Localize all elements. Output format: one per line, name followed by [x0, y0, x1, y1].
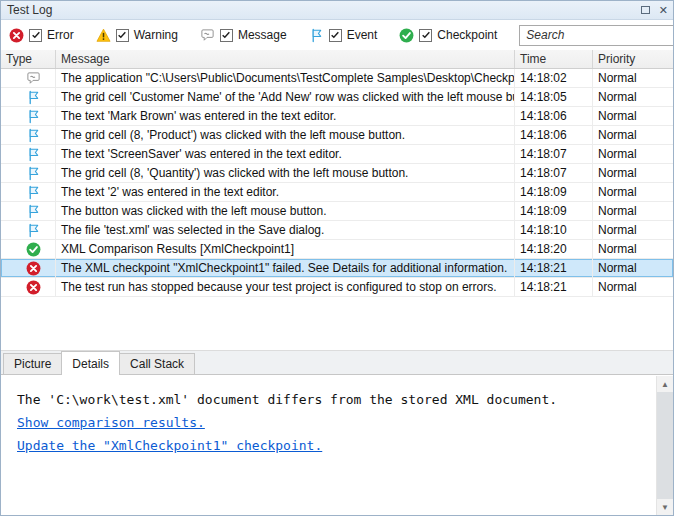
search-box: [519, 25, 674, 46]
row-message-cell: The grid cell (8, 'Quantity') was clicke…: [56, 164, 515, 182]
row-time-cell: 14:18:10: [515, 221, 593, 239]
log-row[interactable]: The text 'ScreenSaver' was entered in th…: [1, 145, 673, 164]
row-message-cell: The text 'ScreenSaver' was entered in th…: [56, 145, 515, 163]
warning-checkbox[interactable]: [116, 29, 129, 42]
row-time-cell: 14:18:06: [515, 107, 593, 125]
log-row[interactable]: The application "C:\Users\Public\Documen…: [1, 69, 673, 88]
row-message-cell: The XML checkpoint "XmlCheckpoint1" fail…: [56, 259, 515, 277]
column-header-priority[interactable]: Priority: [593, 50, 673, 68]
float-window-icon[interactable]: [641, 6, 650, 14]
title-bar: Test Log ✕: [1, 1, 673, 20]
show-comparison-results-link[interactable]: Show comparison results.: [17, 411, 643, 434]
row-time-cell: 14:18:07: [515, 164, 593, 182]
row-time-cell: 14:18:06: [515, 126, 593, 144]
bottom-tab-bar: Picture Details Call Stack: [1, 350, 673, 374]
scroll-down-icon[interactable]: ▼: [657, 499, 673, 515]
row-priority-cell: Normal: [593, 183, 673, 201]
row-priority-cell: Normal: [593, 278, 673, 296]
row-message-cell: XML Comparison Results [XmlCheckpoint1]: [56, 240, 515, 258]
row-time-cell: 14:18:05: [515, 88, 593, 106]
row-priority-cell: Normal: [593, 69, 673, 87]
error-checkbox[interactable]: [29, 29, 42, 42]
row-type-cell: [1, 69, 56, 87]
log-row[interactable]: The grid cell (8, 'Product') was clicked…: [1, 126, 673, 145]
log-row[interactable]: The XML checkpoint "XmlCheckpoint1" fail…: [1, 259, 673, 278]
row-time-cell: 14:18:09: [515, 202, 593, 220]
log-row[interactable]: XML Comparison Results [XmlCheckpoint1] …: [1, 240, 673, 259]
filter-message: Message: [200, 28, 287, 43]
scrollbar-thumb[interactable]: [657, 392, 673, 499]
filter-checkpoint: Checkpoint: [399, 28, 497, 43]
filter-toolbar: Error Warning Message: [1, 20, 673, 50]
filter-error: Error: [9, 28, 74, 43]
log-row[interactable]: The text 'Mark Brown' was entered in the…: [1, 107, 673, 126]
details-content: The 'C:\work\test.xml' document differs …: [1, 375, 673, 457]
row-type-cell: [1, 202, 56, 220]
row-type-cell: [1, 278, 56, 296]
event-icon: [26, 204, 41, 219]
event-icon: [26, 147, 41, 162]
column-header-type[interactable]: Type: [1, 50, 56, 68]
row-message-cell: The text 'Mark Brown' was entered in the…: [56, 107, 515, 125]
log-row[interactable]: The grid cell 'Customer Name' of the 'Ad…: [1, 88, 673, 107]
row-priority-cell: Normal: [593, 202, 673, 220]
column-header-message[interactable]: Message: [56, 50, 515, 68]
message-checkbox[interactable]: [220, 29, 233, 42]
row-message-cell: The text '2' was entered in the text edi…: [56, 183, 515, 201]
row-time-cell: 14:18:07: [515, 145, 593, 163]
details-panel: The 'C:\work\test.xml' document differs …: [1, 374, 673, 515]
tab-details[interactable]: Details: [61, 351, 120, 375]
log-row[interactable]: The grid cell (8, 'Quantity') was clicke…: [1, 164, 673, 183]
row-priority-cell: Normal: [593, 126, 673, 144]
row-priority-cell: Normal: [593, 107, 673, 125]
row-message-cell: The application "C:\Users\Public\Documen…: [56, 69, 515, 87]
details-text: The 'C:\work\test.xml' document differs …: [17, 388, 643, 411]
filter-checkpoint-label: Checkpoint: [437, 28, 497, 42]
row-type-cell: [1, 145, 56, 163]
log-row[interactable]: The button was clicked with the left mou…: [1, 202, 673, 221]
error-icon: [26, 280, 41, 295]
table-empty-area: [1, 297, 673, 350]
error-icon: [9, 28, 24, 43]
row-priority-cell: Normal: [593, 164, 673, 182]
event-icon: [26, 109, 41, 124]
filter-event: Event: [309, 28, 378, 43]
log-row[interactable]: The test run has stopped because your te…: [1, 278, 673, 297]
log-row[interactable]: The file 'test.xml' was selected in the …: [1, 221, 673, 240]
event-icon: [26, 185, 41, 200]
row-type-cell: [1, 183, 56, 201]
scroll-up-icon[interactable]: ▲: [657, 376, 673, 392]
event-icon: [26, 90, 41, 105]
row-time-cell: 14:18:21: [515, 278, 593, 296]
row-priority-cell: Normal: [593, 240, 673, 258]
tab-picture[interactable]: Picture: [3, 353, 62, 374]
row-type-cell: [1, 259, 56, 277]
warning-icon: [96, 28, 111, 43]
checkpoint-icon: [399, 28, 414, 43]
checkpoint-icon: [26, 242, 41, 257]
row-type-cell: [1, 88, 56, 106]
close-icon[interactable]: ✕: [659, 5, 668, 16]
row-message-cell: The button was clicked with the left mou…: [56, 202, 515, 220]
row-type-cell: [1, 126, 56, 144]
column-header-time[interactable]: Time: [515, 50, 593, 68]
row-type-cell: [1, 221, 56, 239]
search-input[interactable]: [526, 28, 673, 42]
event-icon: [26, 128, 41, 143]
row-time-cell: 14:18:02: [515, 69, 593, 87]
row-type-cell: [1, 107, 56, 125]
filter-message-label: Message: [238, 28, 287, 42]
row-priority-cell: Normal: [593, 221, 673, 239]
checkpoint-checkbox[interactable]: [419, 29, 432, 42]
error-icon: [26, 261, 41, 276]
row-type-cell: [1, 164, 56, 182]
tab-call-stack[interactable]: Call Stack: [119, 353, 195, 374]
event-checkbox[interactable]: [329, 29, 342, 42]
details-scrollbar[interactable]: ▲ ▼: [656, 376, 673, 515]
row-priority-cell: Normal: [593, 145, 673, 163]
log-row[interactable]: The text '2' was entered in the text edi…: [1, 183, 673, 202]
test-log-window: Test Log ✕ Error Warning: [0, 0, 674, 516]
filter-event-label: Event: [347, 28, 378, 42]
row-message-cell: The test run has stopped because your te…: [56, 278, 515, 296]
update-checkpoint-link[interactable]: Update the "XmlCheckpoint1" checkpoint.: [17, 434, 643, 457]
